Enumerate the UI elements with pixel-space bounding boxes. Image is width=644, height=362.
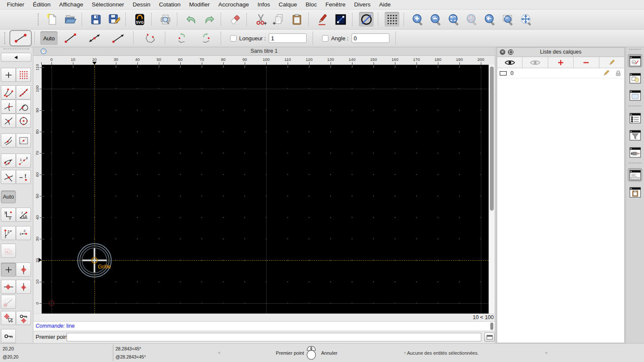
add-layer-icon[interactable] <box>548 57 574 68</box>
restrict-horizontal-icon[interactable] <box>1 280 16 294</box>
layer-row[interactable]: 0 <box>497 68 624 78</box>
save-as-icon[interactable] <box>106 12 121 27</box>
eraser-icon[interactable] <box>228 12 242 27</box>
restrict-vertical-icon[interactable] <box>16 262 31 277</box>
snap-grid-icon[interactable] <box>16 68 31 82</box>
snap-on-entity-icon[interactable] <box>16 85 31 100</box>
dock-entity-list-icon[interactable] <box>628 111 642 125</box>
menu-item-selectionner[interactable]: Sélectionner <box>88 0 128 9</box>
scrollbar-thumb[interactable] <box>490 66 494 211</box>
snap-distance-icon[interactable] <box>1 133 16 148</box>
line-tool-icon[interactable] <box>333 12 348 27</box>
line-two-points-icon[interactable] <box>59 31 82 45</box>
polyline-button[interactable] <box>139 31 161 45</box>
dock-block-list-icon[interactable] <box>628 71 642 85</box>
paste-icon[interactable] <box>289 12 304 27</box>
length-checkbox[interactable] <box>230 35 237 42</box>
undo-sequence-icon[interactable] <box>171 31 193 45</box>
set-relative-zero-icon[interactable] <box>1 311 16 325</box>
pen-attributes-icon[interactable] <box>315 12 330 27</box>
menu-item-fichier[interactable]: Fichier <box>3 0 29 9</box>
menu-item-bloc[interactable]: Bloc <box>301 0 321 9</box>
menu-item-calque[interactable]: Calque <box>274 0 301 9</box>
restrict-orthogonal-icon[interactable] <box>16 133 31 148</box>
relative-zero-shape-icon[interactable] <box>1 244 16 258</box>
edit-layer-icon[interactable] <box>599 57 624 68</box>
snap-tangent-icon[interactable] <box>16 100 31 114</box>
snap-angle-icon[interactable] <box>1 154 16 168</box>
snap-intersection-icon[interactable] <box>1 100 16 114</box>
menu-item-accrochage[interactable]: Accrochage <box>214 0 253 9</box>
toolbar-handle[interactable] <box>3 48 29 51</box>
menu-item-divers[interactable]: Divers <box>350 0 375 9</box>
lock-relative-zero-icon[interactable] <box>16 311 31 325</box>
menu-item-affichage[interactable]: Affichage <box>55 0 88 9</box>
command-history-scrollbar[interactable] <box>489 322 494 331</box>
drawing-canvas[interactable]: Grille <box>42 65 489 314</box>
remove-layer-icon[interactable] <box>574 57 599 68</box>
zoom-previous-icon[interactable] <box>483 12 497 27</box>
command-input[interactable] <box>67 333 481 341</box>
back-arrow-button[interactable] <box>1 53 31 62</box>
open-file-icon[interactable] <box>63 12 77 27</box>
dock-pen-palette-icon[interactable] <box>628 145 642 159</box>
zoom-window-icon[interactable] <box>501 12 515 27</box>
snap-center-icon[interactable] <box>16 114 31 128</box>
snap-distance-manual-icon[interactable]: 12 <box>16 154 31 168</box>
auto-line-mode-button[interactable]: Auto <box>40 31 58 45</box>
dock-library-browser-icon[interactable] <box>628 88 642 102</box>
snap-intersection-manual-icon[interactable]: ! <box>16 170 31 184</box>
zoom-redraw-icon[interactable] <box>465 12 479 27</box>
new-document-icon[interactable] <box>45 12 59 27</box>
menu-item-dessin[interactable]: Dessin <box>128 0 155 9</box>
line-ray-icon[interactable] <box>107 31 130 45</box>
scrollbar-thumb[interactable] <box>490 323 493 330</box>
select-order-2-icon[interactable]: 12 <box>16 226 31 240</box>
cut-icon[interactable] <box>253 12 268 27</box>
menu-item-modifier[interactable]: Modifier <box>185 0 214 9</box>
snap-intersection-x-icon[interactable] <box>1 170 16 184</box>
line-segments-icon[interactable] <box>83 31 106 45</box>
select-order-1-icon[interactable]: 21 <box>1 226 16 240</box>
hide-all-layers-icon[interactable] <box>522 57 548 68</box>
command-window-button[interactable] <box>484 332 495 342</box>
snap-middle-icon[interactable] <box>1 114 16 128</box>
layer-lock-icon[interactable] <box>616 70 621 76</box>
close-panel-button[interactable]: ✕ <box>500 49 505 55</box>
zoom-auto-icon[interactable] <box>447 12 461 27</box>
toolbar-handle[interactable] <box>629 49 641 51</box>
unlock-relative-zero-icon[interactable] <box>1 329 16 343</box>
auto-snap-button[interactable]: Auto <box>1 190 16 203</box>
copy-icon[interactable] <box>271 12 286 27</box>
undo-icon[interactable] <box>184 12 198 27</box>
menu-item-aide[interactable]: Aide <box>375 0 395 9</box>
grid-toggle-icon[interactable] <box>385 12 399 27</box>
toolbar-handle[interactable] <box>38 13 40 25</box>
menu-item-infos[interactable]: Infos <box>253 0 274 9</box>
dock-selection-filter-icon[interactable] <box>628 128 642 142</box>
coordinate-polar-icon[interactable]: ra <box>16 208 31 222</box>
draft-mode-icon[interactable] <box>359 12 374 27</box>
dock-command-line-icon[interactable] <box>628 168 642 182</box>
menu-item-edition[interactable]: Édition <box>29 0 55 9</box>
length-input[interactable] <box>269 33 307 43</box>
menu-item-fenetre[interactable]: Fenêtre <box>321 0 350 9</box>
dock-layer-list-icon[interactable] <box>628 54 642 68</box>
snap-endpoint-icon[interactable] <box>1 85 16 100</box>
angle-gauge-icon[interactable] <box>1 295 16 309</box>
layer-edit-pencil-icon[interactable] <box>602 69 610 77</box>
snap-free-icon[interactable] <box>1 68 16 82</box>
restrict-vertical-small-icon[interactable] <box>16 280 31 294</box>
dock-clipboard-icon[interactable] <box>628 185 642 199</box>
zoom-out-icon[interactable] <box>428 12 443 27</box>
zoom-in-icon[interactable] <box>410 12 425 27</box>
vertical-scrollbar[interactable] <box>489 65 495 314</box>
angle-input[interactable] <box>352 33 389 43</box>
angle-checkbox[interactable] <box>322 35 328 42</box>
show-all-layers-icon[interactable] <box>497 57 522 68</box>
export-svg-icon[interactable]: SVG <box>132 12 147 27</box>
float-panel-button[interactable] <box>508 49 513 55</box>
redo-sequence-icon[interactable] <box>195 31 217 45</box>
restrict-nothing-icon[interactable] <box>1 262 16 277</box>
redo-icon[interactable] <box>202 12 216 27</box>
